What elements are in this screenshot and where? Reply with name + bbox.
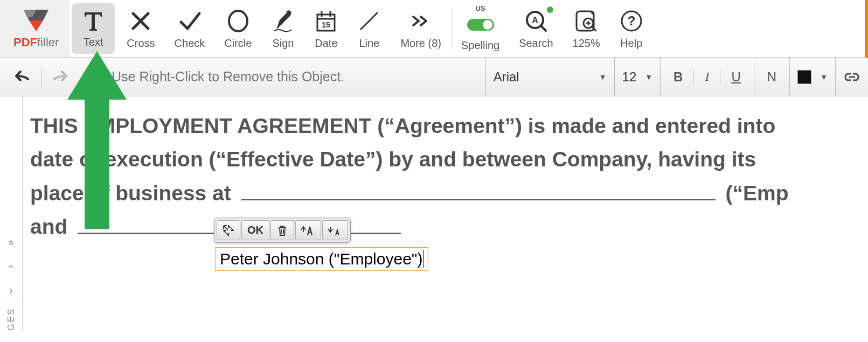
more-tool-label: More (8) [400, 37, 441, 50]
chevron-down-icon: ▼ [820, 73, 828, 81]
zoom-tool[interactable]: 125% [563, 0, 610, 57]
svg-text:A: A [532, 16, 538, 25]
italic-button[interactable]: I [699, 65, 714, 88]
spelling-tool[interactable]: US Spelling [452, 0, 509, 57]
increase-size-icon [301, 225, 315, 236]
zoom-icon [574, 9, 598, 33]
ok-button[interactable]: OK [241, 220, 269, 240]
svg-text:15: 15 [322, 20, 331, 29]
search-tool[interactable]: A Search [509, 0, 563, 57]
font-size-value: 12 [622, 69, 637, 85]
help-icon: ? [620, 9, 643, 33]
redo-button[interactable] [47, 64, 73, 90]
svg-line-11 [541, 26, 546, 31]
normal-style-button[interactable]: N [762, 65, 782, 89]
svg-text:?: ? [627, 13, 635, 28]
blank-field-1[interactable] [241, 199, 716, 200]
page-prev-button[interactable]: ‹ [0, 256, 23, 278]
undo-icon [14, 68, 31, 83]
line-icon [357, 9, 381, 33]
check-tool-label: Check [175, 37, 205, 50]
bold-button[interactable]: B [668, 65, 688, 89]
history-divider [41, 67, 41, 87]
page-next-button[interactable]: › [0, 278, 22, 302]
move-handle[interactable] [217, 220, 240, 240]
text-input-field[interactable]: Peter Johnson ("Employee") [215, 247, 428, 271]
color-picker[interactable]: ▼ [789, 58, 835, 96]
increase-size-button[interactable] [295, 220, 321, 240]
pages-label: GES [6, 308, 16, 331]
check-icon [178, 9, 202, 33]
link-icon [843, 71, 860, 83]
cross-tool-label: Cross [127, 37, 155, 50]
circle-tool[interactable]: Circle [214, 0, 261, 57]
cross-tool[interactable]: Cross [117, 0, 164, 57]
undo-button[interactable] [10, 64, 36, 90]
doc-line-3a: place of business at [30, 182, 231, 205]
page-navigator: « ‹ › GES [0, 96, 23, 331]
app-logo[interactable]: PDFfiller [0, 0, 70, 57]
line-tool-label: Line [359, 37, 380, 50]
more-icon [409, 9, 433, 33]
format-divider [720, 69, 720, 85]
search-icon: A [524, 9, 548, 33]
date-icon: 15 [314, 9, 338, 33]
cross-icon [129, 9, 152, 33]
decrease-size-icon [328, 225, 342, 236]
date-tool[interactable]: 15 Date [304, 0, 348, 57]
line-tool[interactable]: Line [348, 0, 391, 57]
page-first-button[interactable]: « [0, 232, 23, 254]
svg-line-6 [360, 12, 378, 30]
delete-button[interactable] [270, 220, 294, 240]
date-tool-label: Date [315, 37, 337, 50]
text-icon [81, 9, 105, 33]
svg-point-0 [229, 11, 247, 31]
sign-tool[interactable]: Sign [261, 0, 304, 57]
move-icon [223, 225, 234, 236]
sign-icon [271, 9, 295, 33]
sign-tool-label: Sign [272, 37, 294, 50]
spelling-tool-label: Spelling [461, 39, 499, 52]
text-tool[interactable]: Text [72, 3, 115, 54]
link-button[interactable] [835, 58, 868, 96]
decrease-size-button[interactable] [322, 220, 348, 240]
doc-line-1: THIS EMPLOYMENT AGREEMENT (“Agreement”) … [30, 114, 775, 137]
logo-text: PDFfiller [13, 36, 59, 50]
help-tool[interactable]: ? Help [610, 0, 653, 57]
hint-icon: ··· [89, 69, 105, 85]
pdffiller-logo-icon [22, 9, 51, 32]
toggle-on-icon [466, 17, 495, 33]
zoom-tool-label: 125% [573, 37, 600, 50]
format-toolbar: ··· Use Right-Click to Remove this Objec… [0, 58, 868, 96]
hint-bubble: ··· Use Right-Click to Remove this Objec… [82, 69, 485, 85]
hint-text: Use Right-Click to Remove this Object. [112, 69, 344, 85]
underline-button[interactable]: U [726, 65, 746, 89]
text-tool-label: Text [84, 36, 103, 48]
chevron-down-icon: ▼ [645, 73, 652, 81]
search-indicator-dot [547, 6, 553, 13]
font-size-select[interactable]: 12 ▼ [614, 58, 661, 96]
trash-icon [276, 225, 288, 236]
font-family-select[interactable]: Arial ▼ [485, 58, 614, 96]
doc-line-3c: (“Emp [725, 182, 788, 205]
chevron-down-icon: ▼ [599, 73, 607, 81]
check-tool[interactable]: Check [165, 0, 215, 57]
color-swatch [797, 70, 811, 84]
more-tool[interactable]: More (8) [391, 0, 451, 57]
format-divider [693, 69, 694, 85]
circle-icon [226, 9, 250, 33]
doc-line-2: date of execution (“Effective Date”) by … [30, 148, 756, 171]
doc-line-4a: and [30, 215, 67, 238]
document-area: « ‹ › GES THIS EMPLOYMENT AGREEMENT (“Ag… [0, 96, 868, 331]
text-cursor [423, 250, 423, 268]
svg-point-8 [483, 20, 492, 30]
redo-icon [51, 68, 68, 83]
circle-tool-label: Circle [224, 37, 252, 50]
document-content[interactable]: THIS EMPLOYMENT AGREEMENT (“Agreement”) … [23, 96, 794, 331]
text-edit-toolbar: OK [214, 218, 351, 243]
spelling-lang-badge: US [476, 4, 485, 12]
font-name-value: Arial [494, 69, 591, 85]
right-edge-cutoff [865, 0, 868, 58]
main-toolbar: PDFfiller Text Cross Check Circle Sign 1… [0, 0, 868, 58]
text-input-value: Peter Johnson ("Employee") [220, 250, 422, 268]
